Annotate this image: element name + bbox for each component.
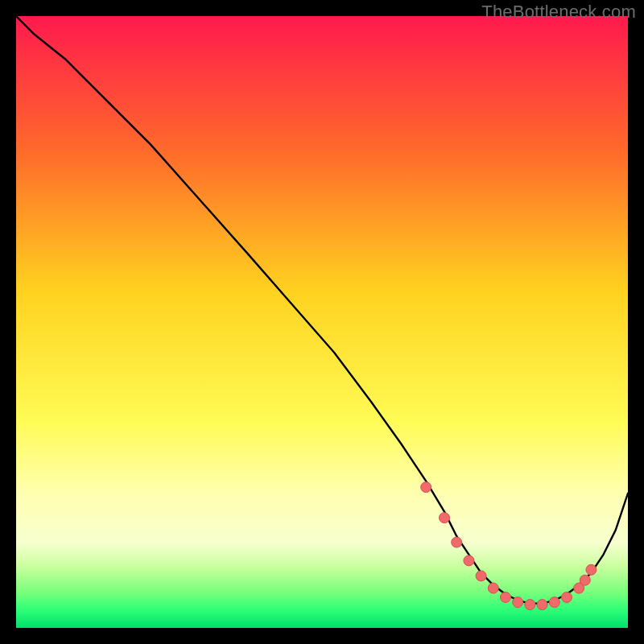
marker-point <box>464 555 474 566</box>
marker-point <box>488 583 498 593</box>
marker-point <box>476 571 486 581</box>
marker-point <box>580 575 590 585</box>
marker-point <box>525 600 535 610</box>
chart-stage: TheBottleneck.com <box>0 0 644 644</box>
marker-point <box>549 597 559 608</box>
marker-point <box>452 537 462 547</box>
marker-point <box>421 482 431 493</box>
chart-svg <box>16 16 628 628</box>
marker-point <box>562 592 572 603</box>
marker-point <box>537 600 547 610</box>
watermark-text: TheBottleneck.com <box>481 2 636 23</box>
gradient-background <box>16 16 628 628</box>
marker-point <box>440 513 450 523</box>
marker-point <box>586 564 597 575</box>
marker-point <box>513 597 523 608</box>
marker-point <box>501 592 511 603</box>
plot-area <box>16 16 628 628</box>
